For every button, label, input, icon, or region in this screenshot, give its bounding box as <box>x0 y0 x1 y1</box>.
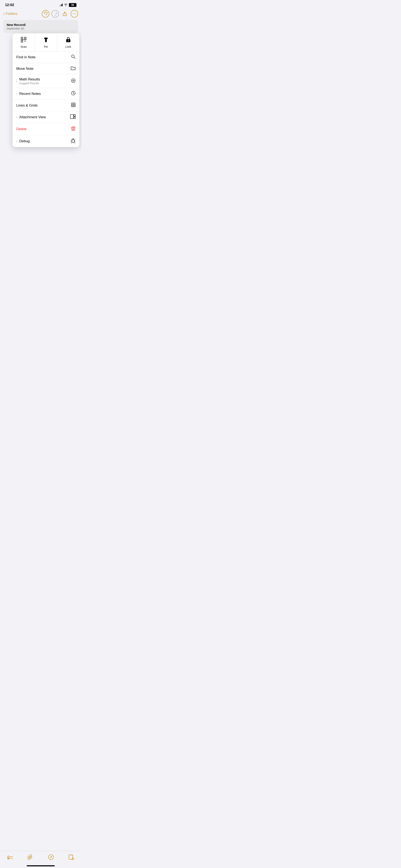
back-label: Folders <box>6 12 18 16</box>
nav-actions <box>42 10 78 18</box>
math-results-label: Math Results <box>19 77 40 82</box>
attachment-view-chevron-icon: › <box>16 116 17 119</box>
share-button[interactable] <box>61 10 68 18</box>
pin-label: Pin <box>44 45 48 48</box>
trash-icon <box>71 126 75 132</box>
svg-rect-18 <box>71 103 75 107</box>
svg-line-17 <box>73 93 74 94</box>
dropdown-top-row: Scan Pin Lock <box>12 33 80 52</box>
lines-grids-label: Lines & Grids <box>16 103 38 107</box>
svg-line-30 <box>74 140 75 140</box>
pin-button[interactable]: Pin <box>35 33 57 51</box>
scan-icon <box>21 37 27 44</box>
grid-icon <box>71 102 75 108</box>
signal-icon <box>59 4 63 6</box>
find-in-note-item[interactable]: Find in Note <box>12 52 80 63</box>
svg-point-2 <box>75 13 76 14</box>
svg-rect-3 <box>21 37 23 39</box>
status-bar: 12:02 98 <box>0 0 82 8</box>
dropdown-menu: Scan Pin Lock Find in N <box>12 33 80 147</box>
recent-notes-label: Recent Notes <box>19 92 41 96</box>
status-time: 12:02 <box>5 3 14 7</box>
svg-point-0 <box>73 13 74 14</box>
note-card[interactable]: New Recordi September 25, <box>3 20 78 33</box>
lock-button[interactable]: Lock <box>57 33 80 51</box>
more-button[interactable] <box>70 10 78 18</box>
debug-chevron-icon: › <box>16 140 17 143</box>
clock-icon <box>71 91 75 96</box>
bug-icon <box>70 138 75 144</box>
lock-label: Lock <box>65 45 71 48</box>
move-note-label: Move Note <box>16 67 33 71</box>
status-icons: 98 <box>59 3 76 7</box>
delete-label: Delete <box>16 127 27 131</box>
pin-icon <box>43 37 49 44</box>
attachment-view-item[interactable]: › Attachment View <box>12 111 80 123</box>
svg-rect-24 <box>74 115 75 116</box>
svg-line-33 <box>71 143 72 143</box>
debug-item[interactable]: › Debug <box>12 135 80 147</box>
svg-rect-23 <box>70 115 73 119</box>
nav-bar: ‹ Folders <box>0 8 82 19</box>
scan-button[interactable]: Scan <box>12 33 35 51</box>
scan-label: Scan <box>21 45 27 48</box>
search-icon <box>71 54 75 60</box>
svg-rect-5 <box>21 40 23 42</box>
svg-point-28 <box>72 140 74 143</box>
svg-line-34 <box>74 143 75 143</box>
back-button[interactable]: ‹ Folders <box>3 11 17 16</box>
circle-equals-icon <box>71 78 75 84</box>
recent-notes-chevron-icon: › <box>16 92 17 95</box>
note-card-date: September 25, <box>7 27 75 30</box>
move-note-item[interactable]: Move Note <box>12 63 80 74</box>
recent-notes-item[interactable]: › Recent Notes <box>12 88 80 100</box>
svg-point-9 <box>68 40 69 41</box>
math-results-chevron-icon: › <box>16 80 17 83</box>
attachment-view-icon <box>70 114 75 120</box>
svg-line-11 <box>74 57 75 59</box>
svg-rect-25 <box>74 117 75 119</box>
svg-line-29 <box>71 140 72 140</box>
lock-icon <box>66 37 71 44</box>
math-results-sublabel: Suggest Results <box>19 82 40 85</box>
battery-icon: 98 <box>69 3 76 7</box>
undo-button[interactable] <box>42 10 49 18</box>
svg-rect-4 <box>25 37 26 39</box>
wifi-icon <box>64 3 68 7</box>
attachment-view-label: Attachment View <box>19 115 46 119</box>
svg-point-12 <box>71 79 75 83</box>
note-card-title: New Recordi <box>7 23 75 27</box>
svg-point-1 <box>74 13 75 14</box>
redo-button[interactable] <box>51 10 59 18</box>
delete-item[interactable]: Delete <box>12 123 80 135</box>
math-results-item[interactable]: › Math Results Suggest Results <box>12 74 80 88</box>
lines-grids-item[interactable]: Lines & Grids <box>12 100 80 111</box>
debug-label: Debug <box>19 139 30 143</box>
find-in-note-label: Find in Note <box>16 55 35 59</box>
folder-icon <box>70 66 75 71</box>
back-chevron-icon: ‹ <box>3 11 5 16</box>
